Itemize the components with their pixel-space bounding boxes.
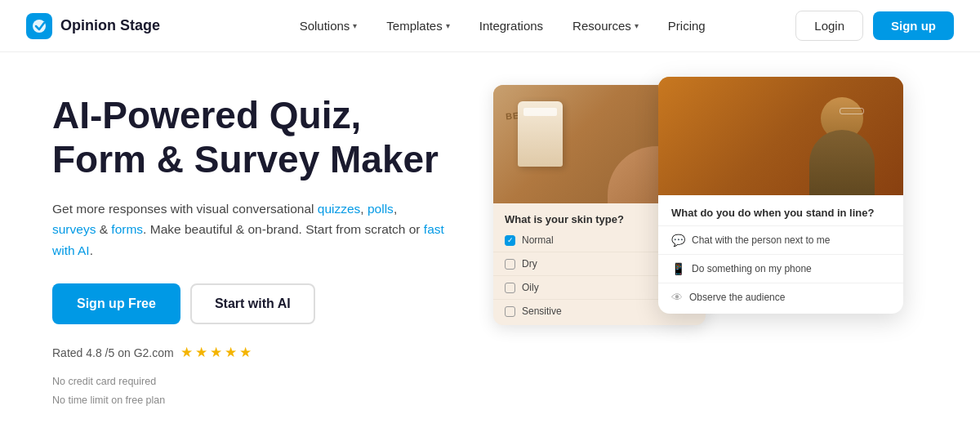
logo-icon bbox=[26, 13, 52, 39]
cta-row: Sign up Free Start with AI bbox=[52, 283, 493, 324]
card-overlay-question: What do you do when you stand in line? bbox=[658, 195, 903, 226]
signup-free-button[interactable]: Sign up Free bbox=[52, 283, 180, 324]
survey-preview-card: What do you do when you stand in line? 💬… bbox=[658, 77, 903, 314]
fine-print: No credit card required No time limit on… bbox=[52, 372, 493, 409]
hero-content: AI-Powered Quiz, Form & Survey Maker Get… bbox=[52, 85, 493, 409]
chevron-down-icon: ▾ bbox=[446, 21, 450, 30]
forms-link[interactable]: forms bbox=[111, 222, 143, 236]
chat-option-2: 📱 Do something on my phone bbox=[658, 255, 903, 283]
quizzes-link[interactable]: quizzes bbox=[318, 202, 361, 216]
login-button[interactable]: Login bbox=[795, 11, 863, 41]
logo[interactable]: Opinion Stage bbox=[26, 13, 160, 39]
chevron-down-icon: ▾ bbox=[353, 21, 357, 30]
chat-bullet-1: 💬 bbox=[671, 234, 685, 247]
nav-item-templates[interactable]: Templates ▾ bbox=[375, 12, 461, 39]
nav-item-pricing[interactable]: Pricing bbox=[657, 12, 717, 39]
nav-item-solutions[interactable]: Solutions ▾ bbox=[288, 12, 369, 39]
header-actions: Login Sign up bbox=[795, 11, 954, 41]
star-rating: ★ ★ ★ ★ ★ bbox=[180, 344, 252, 361]
checkbox-4 bbox=[505, 306, 515, 317]
polls-link[interactable]: polls bbox=[368, 202, 394, 216]
rating-row: Rated 4.8 /5 on G2.com ★ ★ ★ ★ ★ bbox=[52, 344, 493, 361]
hero-preview: BEAUTHY What is your skin type? ✓ Normal… bbox=[493, 77, 928, 420]
chat-option-3: 👁 Observe the audience bbox=[658, 283, 903, 314]
star-1: ★ bbox=[180, 344, 193, 361]
card-overlay-image bbox=[658, 77, 903, 195]
nav-item-resources[interactable]: Resources ▾ bbox=[561, 12, 650, 39]
chevron-down-icon: ▾ bbox=[635, 21, 639, 30]
start-with-ai-button[interactable]: Start with AI bbox=[190, 283, 315, 324]
chat-option-1: 💬 Chat with the person next to me bbox=[658, 226, 903, 255]
nav-item-integrations[interactable]: Integrations bbox=[468, 12, 555, 39]
star-5: ★ bbox=[239, 344, 252, 361]
checkbox-2 bbox=[505, 259, 515, 270]
star-3: ★ bbox=[210, 344, 222, 361]
hero-heading: AI-Powered Quiz, Form & Survey Maker bbox=[52, 93, 493, 182]
logo-text: Opinion Stage bbox=[60, 17, 160, 34]
signup-button[interactable]: Sign up bbox=[873, 11, 954, 40]
checkbox-1: ✓ bbox=[505, 235, 515, 246]
star-2: ★ bbox=[195, 344, 207, 361]
checkbox-3 bbox=[505, 283, 515, 293]
chat-bullet-3: 👁 bbox=[671, 291, 683, 304]
star-4: ★ bbox=[225, 344, 237, 361]
rating-text: Rated 4.8 /5 on G2.com bbox=[52, 346, 174, 359]
chat-bullet-2: 📱 bbox=[671, 262, 685, 275]
main-nav: Solutions ▾ Templates ▾ Integrations Res… bbox=[209, 12, 795, 39]
svg-point-1 bbox=[33, 20, 46, 33]
hero-subtitle: Get more responses with visual conversat… bbox=[52, 198, 444, 261]
surveys-link[interactable]: surveys bbox=[52, 222, 96, 236]
